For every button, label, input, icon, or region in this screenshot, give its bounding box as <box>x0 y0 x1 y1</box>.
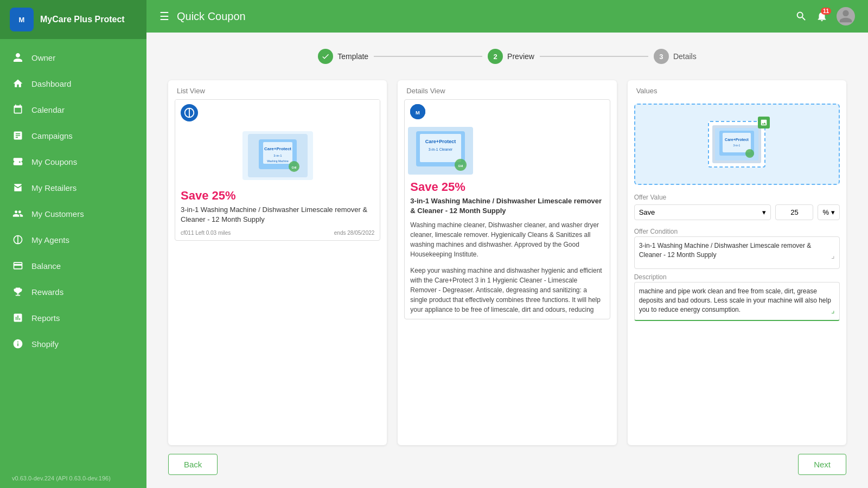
svg-text:M: M <box>416 110 420 115</box>
stepper: Template 2 Preview 3 Details <box>168 49 846 64</box>
sidebar-label-dashboard: Dashboard <box>31 79 71 88</box>
product-thumbnail: Care+Protect 3-in-1 <box>712 125 761 163</box>
sidebar-label-my-retailers: My Retailers <box>31 183 76 192</box>
shopify-icon <box>12 338 24 350</box>
svg-text:3-in-1: 3-in-1 <box>733 144 741 147</box>
sidebar-item-shopify[interactable]: Shopify <box>0 331 146 357</box>
offer-unit-select[interactable]: % ▾ <box>818 204 840 220</box>
details-save-text: Save 25% <box>405 178 609 195</box>
offer-type-value: Save <box>639 208 655 216</box>
list-footer-left: cf011 Left 0.03 miles <box>181 230 231 236</box>
list-product-image-box: Care+Protect 3-in-1 Washing Machine GHI <box>242 131 313 180</box>
menu-icon[interactable]: ☰ <box>159 10 169 23</box>
step-preview: 2 Preview <box>488 49 534 64</box>
back-button[interactable]: Back <box>168 454 218 475</box>
sidebar-label-my-coupons: My Coupons <box>31 157 77 166</box>
offer-value-label: Offer Value <box>634 194 840 201</box>
sidebar-nav: Owner Dashboard Calendar Campaigns My Co <box>0 39 146 468</box>
next-button[interactable]: Next <box>798 454 846 475</box>
offer-unit-value: % <box>822 208 829 216</box>
sidebar-label-rewards: Rewards <box>31 287 63 297</box>
step-1-circle <box>318 49 333 64</box>
svg-text:GHI: GHI <box>291 166 297 169</box>
sidebar-label-my-customers: My Customers <box>31 209 84 219</box>
details-header: M <box>405 100 609 124</box>
sidebar-label-reports: Reports <box>31 313 60 323</box>
step-connector-1 <box>374 56 482 57</box>
offer-value-number-input[interactable] <box>775 204 813 220</box>
list-brand-logo <box>181 104 198 121</box>
balance-icon <box>12 260 24 272</box>
step-1-label: Template <box>337 52 368 61</box>
sidebar-item-my-customers[interactable]: My Customers <box>0 201 146 227</box>
svg-text:Washing Machine: Washing Machine <box>267 159 289 163</box>
svg-text:3-in-1: 3-in-1 <box>273 154 282 157</box>
svg-text:GHI: GHI <box>458 164 464 168</box>
sidebar-item-rewards[interactable]: Rewards <box>0 279 146 305</box>
reports-icon <box>12 312 24 324</box>
svg-text:Care+Protect: Care+Protect <box>425 139 456 144</box>
offer-type-select[interactable]: Save ▾ <box>634 204 771 220</box>
step-2-number: 2 <box>493 53 497 61</box>
sidebar-item-my-retailers[interactable]: My Retailers <box>0 175 146 201</box>
notifications-button[interactable]: 11 <box>816 10 828 22</box>
coupons-icon <box>12 156 24 168</box>
offer-condition-resize: ⌟ <box>831 251 835 261</box>
step-2-circle: 2 <box>488 49 503 64</box>
rewards-icon <box>12 286 24 298</box>
search-button[interactable] <box>795 10 807 22</box>
step-details: 3 Details <box>654 49 697 64</box>
customers-icon <box>12 208 24 220</box>
step-template: Template <box>318 49 368 64</box>
user-avatar[interactable] <box>837 7 855 25</box>
main-area: ☰ Quick Coupon 11 Template <box>146 0 868 488</box>
list-product-title: 3-in-1 Washing Machine / Dishwasher Lime… <box>175 204 380 228</box>
details-description-2: Keep your washing machine and dishwasher… <box>405 264 609 319</box>
svg-rect-21 <box>723 133 751 152</box>
step-3-label: Details <box>673 52 697 61</box>
sidebar-label-owner: Owner <box>31 53 55 62</box>
list-card-footer: cf011 Left 0.03 miles ends 28/05/2022 <box>175 228 380 240</box>
sidebar-item-balance[interactable]: Balance <box>0 253 146 279</box>
sidebar-item-my-agents[interactable]: My Agents <box>0 227 146 253</box>
sidebar-item-dashboard[interactable]: Dashboard <box>0 70 146 97</box>
description-textarea[interactable]: machine and pipe work clean and free fro… <box>634 282 840 321</box>
notification-count: 11 <box>821 8 831 15</box>
details-brand-logo: M <box>410 104 425 119</box>
image-inner-box: Care+Protect 3-in-1 <box>708 121 765 168</box>
retailers-icon <box>12 182 24 194</box>
sidebar-label-calendar: Calendar <box>31 105 65 114</box>
svg-text:M: M <box>19 16 25 24</box>
offer-condition-value: 3-in-1 Washing Machine / Dishwasher Lime… <box>639 242 812 259</box>
sidebar-item-campaigns[interactable]: Campaigns <box>0 123 146 149</box>
details-product-title: 3-in-1 Washing Machine / Dishwasher Lime… <box>405 195 609 218</box>
offer-value-row: Save ▾ % ▾ <box>634 204 840 220</box>
sidebar-label-shopify: Shopify <box>31 339 59 349</box>
agents-icon <box>12 234 24 246</box>
svg-text:Care+Protect: Care+Protect <box>264 146 291 151</box>
calendar-icon <box>12 104 24 115</box>
step-connector-2 <box>540 56 648 57</box>
details-description-1: Washing machine cleaner, Dishwasher clea… <box>405 218 609 264</box>
sidebar-item-owner[interactable]: Owner <box>0 44 146 70</box>
sidebar-item-calendar[interactable]: Calendar <box>0 97 146 123</box>
person-icon <box>12 52 24 63</box>
sidebar: M MyCare Plus Protect Owner Dashboard Ca… <box>0 0 146 488</box>
page-title: Quick Coupon <box>177 10 246 23</box>
details-view-card: Details View M Care+Protect 3-in <box>398 80 616 445</box>
image-upload-area[interactable]: Care+Protect 3-in-1 <box>634 104 840 185</box>
sidebar-item-reports[interactable]: Reports <box>0 305 146 331</box>
offer-condition-textarea[interactable]: 3-in-1 Washing Machine / Dishwasher Lime… <box>634 236 840 269</box>
content-area: Template 2 Preview 3 Details List View <box>146 33 868 488</box>
list-view-card: List View Care+Protect <box>168 80 387 445</box>
svg-text:3-in-1 Cleaner: 3-in-1 Cleaner <box>429 147 453 151</box>
topbar-icons: 11 <box>795 7 855 25</box>
app-name: MyCare Plus Protect <box>40 15 125 24</box>
cards-row: List View Care+Protect <box>168 80 846 445</box>
list-product-image-container: Care+Protect 3-in-1 Washing Machine GHI <box>175 126 380 185</box>
offer-type-chevron: ▾ <box>762 208 766 216</box>
image-upload-icon <box>758 117 770 129</box>
sidebar-item-my-coupons[interactable]: My Coupons <box>0 149 146 175</box>
svg-text:Care+Protect: Care+Protect <box>725 138 749 142</box>
values-card-label: Values <box>628 80 846 99</box>
